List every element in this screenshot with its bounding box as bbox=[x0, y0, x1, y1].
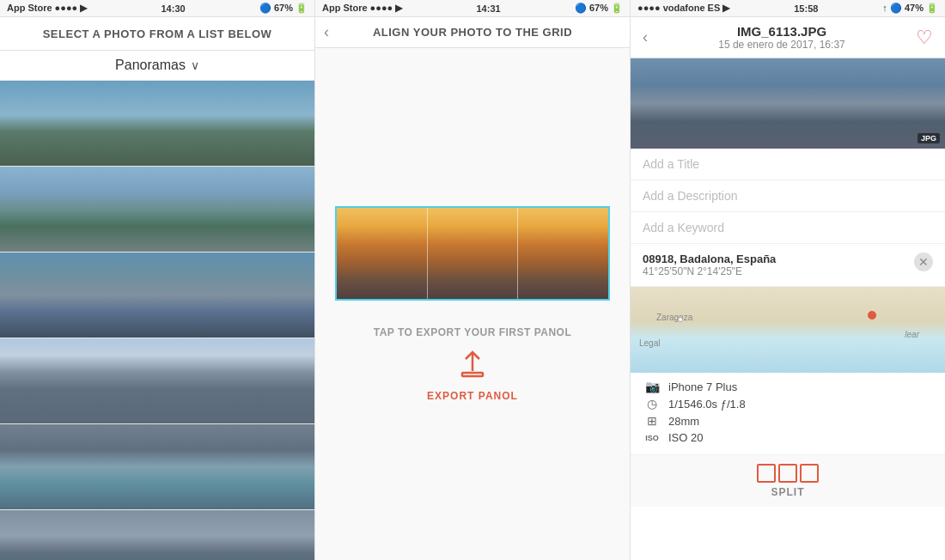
camera-device-label: iPhone 7 Plus bbox=[668, 380, 737, 393]
detail-date: 15 de enero de 2017, 16:37 bbox=[718, 39, 844, 51]
export-label[interactable]: EXPORT PANOL bbox=[427, 390, 518, 402]
jpg-badge: JPG bbox=[918, 133, 940, 143]
grid-col-1 bbox=[337, 208, 428, 299]
status-bars: App Store ●●●● ▶ 14:30 🔵 67% 🔋 App Store… bbox=[0, 0, 945, 17]
grid-preview[interactable] bbox=[335, 206, 610, 301]
camera-row-iso: ISO ISO 20 bbox=[643, 431, 933, 444]
detail-header: ‹ IMG_6113.JPG 15 de enero de 2017, 16:3… bbox=[631, 17, 945, 58]
status-bar-3-time: 15:58 bbox=[794, 3, 818, 14]
list-item[interactable] bbox=[0, 510, 314, 560]
status-bar-3: ●●●● vodafone ES ▶ 15:58 ↑ 🔵 47% 🔋 bbox=[631, 0, 945, 16]
filter-row[interactable]: Panoramas ∨ bbox=[0, 51, 314, 81]
location-coords: 41°25'50"N 2°14'25"E bbox=[643, 265, 776, 277]
camera-iso-icon: ISO bbox=[643, 434, 662, 442]
split-icon bbox=[757, 464, 819, 483]
location-name: 08918, Badalona, España bbox=[643, 253, 776, 265]
status-bar-2-left: App Store ●●●● ▶ bbox=[322, 3, 402, 14]
title-placeholder: Add a Title bbox=[643, 157, 699, 171]
panel-align-title: ALIGN YOUR PHOTO TO THE GRID bbox=[373, 26, 572, 39]
camera-iso-label: ISO 20 bbox=[668, 431, 703, 444]
panel-align-header: ‹ ALIGN YOUR PHOTO TO THE GRID bbox=[315, 17, 630, 48]
camera-exposure-icon: ◷ bbox=[643, 397, 662, 411]
status-bar-3-left: ●●●● vodafone ES ▶ bbox=[637, 3, 729, 14]
grid-col-2 bbox=[428, 208, 519, 299]
map-label-legal: Legal bbox=[639, 338, 660, 348]
preview-image bbox=[337, 208, 608, 299]
panels: SELECT A PHOTO FROM A LIST BELOW Panoram… bbox=[0, 17, 945, 560]
map-zaragoza-dot bbox=[678, 317, 683, 322]
list-item[interactable] bbox=[0, 253, 314, 338]
camera-info: 📷 iPhone 7 Plus ◷ 1/1546.0s ƒ/1.8 ⊞ 28mm… bbox=[631, 373, 945, 455]
title-field[interactable]: Add a Title bbox=[631, 149, 945, 180]
split-rect-2 bbox=[778, 464, 797, 483]
status-bar-2: App Store ●●●● ▶ 14:31 🔵 67% 🔋 bbox=[315, 0, 631, 16]
detail-back-button[interactable]: ‹ bbox=[643, 28, 648, 46]
list-item[interactable] bbox=[0, 338, 314, 424]
detail-photo: JPG bbox=[631, 58, 945, 149]
panel-list-header: SELECT A PHOTO FROM A LIST BELOW bbox=[0, 17, 314, 51]
camera-row-device: 📷 iPhone 7 Plus bbox=[643, 380, 933, 393]
location-text: 08918, Badalona, España 41°25'50"N 2°14'… bbox=[643, 253, 776, 277]
detail-meta-fields: Add a Title Add a Description Add a Keyw… bbox=[631, 149, 945, 244]
split-label: SPLIT bbox=[771, 486, 804, 498]
list-item[interactable] bbox=[0, 81, 314, 167]
status-bar-2-right: 🔵 67% 🔋 bbox=[575, 3, 623, 14]
photo-list bbox=[0, 81, 314, 560]
export-section: TAP TO EXPORT YOUR FIRST PANOL EXPORT PA… bbox=[374, 326, 572, 402]
status-bar-2-time: 14:31 bbox=[476, 3, 500, 14]
panel-grid-align: ‹ ALIGN YOUR PHOTO TO THE GRID TAP TO EX… bbox=[315, 17, 631, 560]
location-clear-button[interactable]: ✕ bbox=[914, 253, 933, 271]
panel-photo-detail: ‹ IMG_6113.JPG 15 de enero de 2017, 16:3… bbox=[631, 17, 945, 560]
panel-photo-list: SELECT A PHOTO FROM A LIST BELOW Panoram… bbox=[0, 17, 315, 560]
split-rect-1 bbox=[757, 464, 776, 483]
heart-button[interactable]: ♡ bbox=[916, 27, 933, 49]
description-placeholder: Add a Description bbox=[643, 189, 738, 203]
export-hint: TAP TO EXPORT YOUR FIRST PANOL bbox=[374, 326, 572, 338]
grid-lines bbox=[337, 208, 608, 299]
map-background: Zaragoza Legal lear bbox=[631, 287, 945, 373]
split-rect-3 bbox=[800, 464, 819, 483]
list-item[interactable] bbox=[0, 424, 314, 510]
back-button[interactable]: ‹ bbox=[324, 23, 329, 41]
keyword-placeholder: Add a Keyword bbox=[643, 221, 724, 234]
filter-label: Panoramas bbox=[115, 58, 186, 73]
camera-row-focal: ⊞ 28mm bbox=[643, 414, 933, 428]
split-section[interactable]: SPLIT bbox=[631, 455, 945, 507]
map-label-lear: lear bbox=[905, 330, 919, 339]
status-bar-1-right: 🔵 67% 🔋 bbox=[259, 3, 308, 14]
status-bar-3-right: ↑ 🔵 47% 🔋 bbox=[882, 3, 938, 14]
grid-col-3 bbox=[518, 208, 608, 299]
description-field[interactable]: Add a Description bbox=[631, 180, 945, 212]
camera-exposure-label: 1/1546.0s ƒ/1.8 bbox=[668, 398, 746, 411]
align-area: TAP TO EXPORT YOUR FIRST PANOL EXPORT PA… bbox=[318, 48, 627, 560]
status-bar-1-left: App Store ●●●● ▶ bbox=[7, 3, 87, 14]
camera-focal-label: 28mm bbox=[668, 415, 699, 428]
panel-list-title: SELECT A PHOTO FROM A LIST BELOW bbox=[43, 27, 272, 40]
map-block[interactable]: Zaragoza Legal lear bbox=[631, 287, 945, 373]
map-label-zaragoza: Zaragoza bbox=[656, 313, 692, 322]
chevron-down-icon[interactable]: ∨ bbox=[191, 58, 199, 72]
location-block: 08918, Badalona, España 41°25'50"N 2°14'… bbox=[631, 244, 945, 287]
svg-rect-0 bbox=[462, 373, 483, 376]
export-icon[interactable] bbox=[455, 347, 490, 381]
detail-filename: IMG_6113.JPG bbox=[718, 24, 844, 39]
detail-title-block: IMG_6113.JPG 15 de enero de 2017, 16:37 bbox=[718, 24, 844, 51]
list-item[interactable] bbox=[0, 167, 314, 253]
keyword-field[interactable]: Add a Keyword bbox=[631, 212, 945, 244]
camera-row-exposure: ◷ 1/1546.0s ƒ/1.8 bbox=[643, 397, 933, 411]
status-bar-1: App Store ●●●● ▶ 14:30 🔵 67% 🔋 bbox=[0, 0, 315, 16]
map-pin bbox=[868, 311, 876, 320]
status-bar-1-time: 14:30 bbox=[161, 3, 185, 14]
camera-focal-icon: ⊞ bbox=[643, 414, 662, 428]
camera-device-icon: 📷 bbox=[643, 380, 662, 393]
